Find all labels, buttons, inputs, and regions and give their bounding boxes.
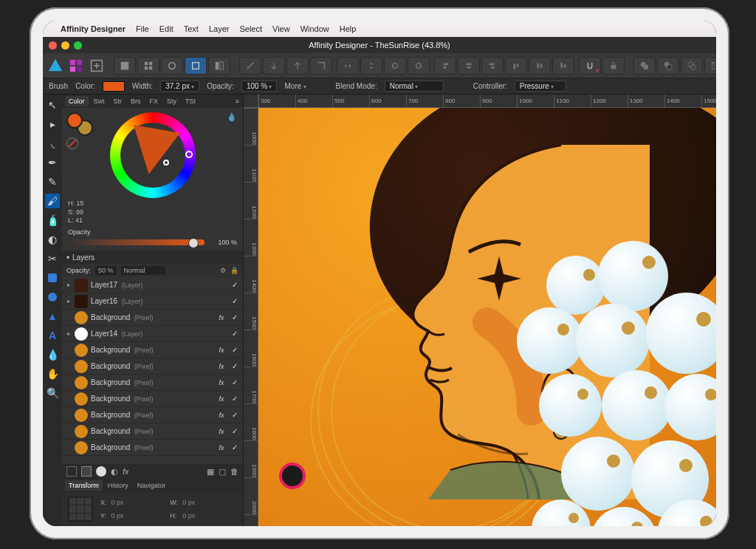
layer-visibility-checkbox[interactable]: ✓ xyxy=(230,297,240,305)
transform-h-field[interactable]: 0 px xyxy=(182,512,237,519)
shape-triangle-tool-icon[interactable]: ▲ xyxy=(45,309,60,324)
layer-name[interactable]: Background (Pixel) xyxy=(91,313,213,321)
tab-swatches[interactable]: Swt xyxy=(90,96,109,106)
context-blendmode-field[interactable]: Normal xyxy=(385,81,444,92)
toolbar-default-view-icon[interactable] xyxy=(114,57,136,75)
layer-visibility-checkbox[interactable]: ✓ xyxy=(230,313,240,321)
layers-opacity-field[interactable]: 50 % xyxy=(95,266,117,275)
layer-name[interactable]: Layer17 (Layer) xyxy=(91,281,213,289)
layer-thumbnail[interactable] xyxy=(75,360,88,373)
toolbar-divide-icon[interactable] xyxy=(704,57,716,75)
toolbar-align-center-h-icon[interactable] xyxy=(458,57,480,75)
vector-brush-tool-icon[interactable]: 🖌 xyxy=(45,194,60,208)
toolbar-align-center-v-icon[interactable] xyxy=(529,57,551,75)
color-wheel[interactable] xyxy=(110,112,196,198)
zoom-tool-icon[interactable]: 🔍 xyxy=(45,386,60,400)
assistant-icon[interactable] xyxy=(81,466,92,477)
layer-thumbnail[interactable] xyxy=(75,441,88,454)
menu-edit[interactable]: Edit xyxy=(159,24,173,33)
toolbar-add-icon[interactable] xyxy=(633,57,656,75)
toolbar-pixel-view-icon[interactable] xyxy=(137,57,159,75)
layer-disclosure-icon[interactable]: ▸ xyxy=(65,282,72,288)
mask-layer-icon[interactable] xyxy=(96,466,106,477)
shape-rectangle-tool-icon[interactable] xyxy=(45,270,60,285)
layer-visibility-checkbox[interactable]: ✓ xyxy=(230,395,240,403)
toolbar-split-view-icon[interactable] xyxy=(208,57,230,75)
layer-thumbnail[interactable] xyxy=(75,392,88,406)
layer-thumbnail[interactable] xyxy=(75,344,88,357)
layer-row[interactable]: Background (Pixel)fx✓ xyxy=(62,423,243,440)
layer-row[interactable]: ▸Layer16 (Layer)✓ xyxy=(62,293,243,310)
toolbar-outline-view-icon[interactable] xyxy=(185,57,207,75)
toolbar-move-backward-icon[interactable] xyxy=(263,57,285,75)
layer-row[interactable]: Background (Pixel)fx✓ xyxy=(62,391,243,407)
layer-disclosure-icon[interactable]: ▸ xyxy=(65,298,72,304)
toolbar-move-back-icon[interactable] xyxy=(239,57,261,75)
transform-x-field[interactable]: 0 px xyxy=(111,499,166,506)
toolbar-rotate-cw-icon[interactable] xyxy=(408,57,430,75)
layer-visibility-checkbox[interactable]: ✓ xyxy=(230,443,240,451)
layer-visibility-checkbox[interactable]: ✓ xyxy=(230,330,240,338)
layer-name[interactable]: Background (Pixel) xyxy=(91,378,213,386)
menu-window[interactable]: Window xyxy=(300,24,329,33)
ruler-origin[interactable] xyxy=(244,95,258,108)
layer-visibility-checkbox[interactable]: ✓ xyxy=(230,346,240,354)
layer-row[interactable]: ▸Layer14 (Layer)✓ xyxy=(62,326,243,342)
crop-tool-icon[interactable]: ✂ xyxy=(45,251,60,266)
menu-layer[interactable]: Layer xyxy=(209,24,230,33)
menu-file[interactable]: File xyxy=(136,24,149,33)
transform-y-field[interactable]: 0 px xyxy=(111,512,166,519)
context-more-button[interactable]: More xyxy=(284,82,306,90)
context-width-field[interactable]: 37.2 px xyxy=(160,81,199,92)
layer-visibility-checkbox[interactable]: ✓ xyxy=(230,411,240,419)
toolbar-lock-children-icon[interactable] xyxy=(602,57,625,75)
toolbar-retina-view-icon[interactable] xyxy=(161,57,183,75)
layer-thumbnail[interactable] xyxy=(75,295,88,308)
tab-history[interactable]: History xyxy=(104,480,132,491)
layer-row[interactable]: Background (Pixel)fx✓ xyxy=(62,375,243,391)
adjustment-layer-icon[interactable]: ◐ xyxy=(111,467,118,477)
context-opacity-field[interactable]: 100 % xyxy=(241,81,278,92)
toolbar-align-right-icon[interactable] xyxy=(481,57,504,75)
layer-fx-badge[interactable]: fx xyxy=(216,444,227,451)
toolbar-align-left-icon[interactable] xyxy=(434,57,456,75)
transform-w-field[interactable]: 0 px xyxy=(182,499,237,506)
primary-color-swatch[interactable] xyxy=(66,112,83,129)
layer-thumbnail[interactable] xyxy=(75,279,88,292)
delete-layer-icon[interactable]: 🗑 xyxy=(230,467,238,476)
layer-name[interactable]: Background (Pixel) xyxy=(91,427,213,435)
color-opacity-value[interactable]: 100 % xyxy=(209,239,237,246)
panel-menu-icon[interactable]: ≡ xyxy=(232,96,243,106)
vertical-ruler[interactable]: 1000110012001300140015001600170018001900… xyxy=(244,108,258,526)
tab-stroke[interactable]: Str xyxy=(110,96,126,106)
layer-visibility-checkbox[interactable]: ✓ xyxy=(230,378,240,386)
layer-row[interactable]: Background (Pixel)fx✓ xyxy=(62,440,243,456)
layers-expand-icon[interactable]: ▾ xyxy=(66,254,69,261)
export-persona-icon[interactable] xyxy=(89,56,105,75)
context-color-swatch[interactable] xyxy=(103,81,125,92)
tab-brushes[interactable]: Brs xyxy=(127,96,145,106)
designer-persona-icon[interactable] xyxy=(47,56,63,75)
edit-all-layers-icon[interactable] xyxy=(66,466,77,477)
add-layer-icon[interactable]: ▢ xyxy=(219,467,226,477)
artwork-canvas[interactable] xyxy=(258,108,716,526)
layer-row[interactable]: Background (Pixel)fx✓ xyxy=(62,342,243,358)
layer-visibility-checkbox[interactable]: ✓ xyxy=(230,362,240,370)
layers-lock-icon[interactable]: 🔒 xyxy=(230,267,238,274)
layer-thumbnail[interactable] xyxy=(75,376,88,389)
toolbar-flip-v-icon[interactable] xyxy=(360,57,382,75)
layer-fx-badge[interactable]: fx xyxy=(216,347,227,354)
layer-name[interactable]: Background (Pixel) xyxy=(91,443,213,451)
toolbar-subtract-icon[interactable] xyxy=(657,57,679,75)
toolbar-flip-h-icon[interactable] xyxy=(337,57,359,75)
tab-text-styles[interactable]: TSt xyxy=(182,96,199,106)
layer-disclosure-icon[interactable]: ▸ xyxy=(65,330,72,337)
menu-select[interactable]: Select xyxy=(239,24,262,33)
app-name[interactable]: Affinity Designer xyxy=(61,24,126,33)
tab-fx[interactable]: FX xyxy=(146,96,162,106)
layer-thumbnail[interactable] xyxy=(75,409,88,422)
toolbar-rotate-ccw-icon[interactable] xyxy=(384,57,406,75)
fill-tool-icon[interactable]: 🧴 xyxy=(45,213,60,228)
context-controller-field[interactable]: Pressure xyxy=(515,81,566,92)
layer-fx-badge[interactable]: fx xyxy=(216,412,227,419)
